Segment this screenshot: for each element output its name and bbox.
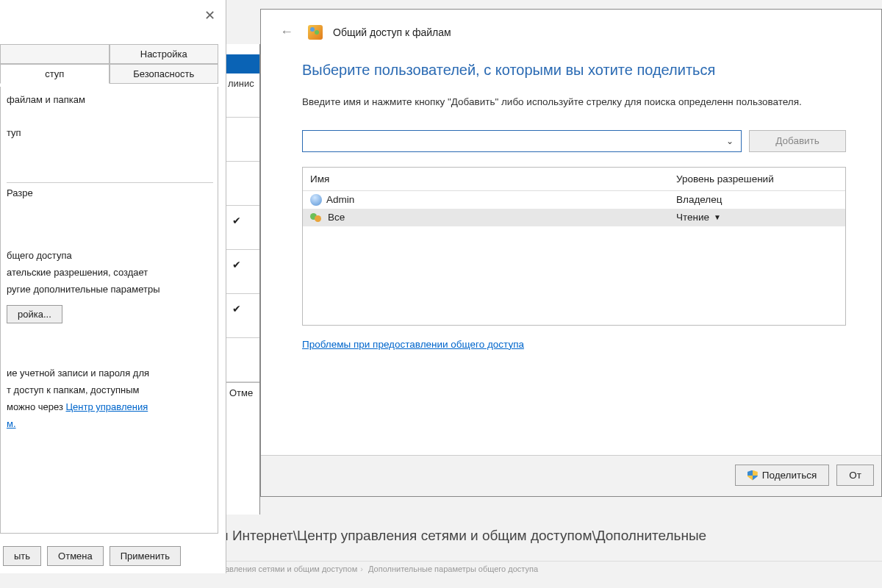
table-row[interactable]: Все Чтение▼ [303,209,845,226]
network-center-link-cont[interactable]: м. [7,418,213,429]
tab-customize[interactable]: Настройка [110,44,219,64]
file-sharing-dialog: ← Общий доступ к файлам Выберите пользов… [260,9,882,497]
user-entry-row: ⌄ Добавить [302,130,846,152]
dialog-description: Введите имя и нажмите кнопку "Добавить" … [302,95,846,110]
troubleshoot-link[interactable]: Проблемы при предоставлении общего досту… [302,339,524,350]
middle-title-bar [226,54,259,74]
group-icon [310,212,323,223]
text-fragment: файлам и папкам [7,94,213,105]
network-center-link[interactable]: Центр управления [66,401,148,412]
shield-icon [747,470,758,481]
tab-general[interactable] [0,44,110,64]
middle-check-row [226,206,259,250]
table-body: Admin Владелец Все Чтение▼ [303,191,845,325]
table-row[interactable]: Admin Владелец [303,191,845,209]
col-name[interactable]: Имя [310,173,676,184]
permissions-table: Имя Уровень разрешений Admin Владелец Вс… [302,167,846,326]
user-input[interactable] [307,135,723,146]
text-fragment: можно через Центр управления [7,401,213,412]
advanced-settings-button[interactable]: ройка... [7,305,62,323]
middle-button-fragment[interactable]: Отме [226,382,259,403]
user-combobox[interactable]: ⌄ [302,130,742,152]
middle-check-row [226,250,259,294]
middle-row: линис [226,74,259,118]
breadcrumb-item[interactable]: Дополнительные параметры общего доступа [368,564,538,573]
properties-body: файлам и папкам туп Разре бщего доступа … [0,87,218,534]
chevron-down-icon: ▼ [714,213,721,221]
add-button[interactable]: Добавить [749,130,846,152]
background-path: и Интернет\Центр управления сетями и общ… [220,528,706,544]
col-permission[interactable]: Уровень разрешений [676,173,838,184]
tab-sharing[interactable]: ступ [0,64,110,84]
permission-level: Владелец [676,194,722,205]
chevron-down-icon[interactable]: ⌄ [723,136,736,146]
middle-row [226,338,259,382]
user-name: Admin [326,194,354,205]
properties-tabs: Настройка ступ Безопасность [0,44,218,84]
text-fragment: ругие дополнительные параметры [7,284,213,295]
dialog-footer: Поделиться От [261,455,881,496]
dialog-content: Выберите пользователей, с которыми вы хо… [261,47,881,357]
text-fragment: ательские разрешения, создает [7,267,213,278]
back-icon[interactable]: ← [276,23,298,41]
properties-dialog: ✕ Настройка ступ Безопасность файлам и п… [0,0,226,573]
apply-button[interactable]: Применить [110,546,181,566]
middle-row [226,118,259,162]
middle-check-row [226,294,259,338]
cancel-button[interactable]: Отмена [47,546,104,566]
text-fragment: туп [7,127,213,138]
tab-security[interactable]: Безопасность [110,64,219,84]
cancel-button[interactable]: От [836,465,874,486]
text-fragment: бщего доступа [7,250,213,261]
dialog-heading: Выберите пользователей, с которыми вы хо… [302,62,846,79]
text-fragment: ие учетной записи и пароля для [7,368,213,379]
text-fragment: Разре [7,182,213,198]
user-icon [310,194,322,206]
table-header: Имя Уровень разрешений [303,168,845,191]
permission-dropdown[interactable]: Чтение▼ [676,212,838,223]
share-button[interactable]: Поделиться [735,465,830,486]
close-button[interactable]: ыть [3,546,41,566]
close-icon[interactable]: ✕ [204,7,215,24]
middle-row [226,162,259,206]
text-fragment: т доступ к папкам, доступным [7,384,213,395]
trouble-link-row: Проблемы при предоставлении общего досту… [302,339,846,350]
dialog-title: Общий доступ к файлам [333,26,451,38]
properties-footer: ыть Отмена Применить [0,546,218,566]
sharing-icon [308,25,323,40]
user-name: Все [328,212,345,223]
middle-window-strip: линис Отме [226,44,260,514]
dialog-header: ← Общий доступ к файлам [261,10,881,47]
